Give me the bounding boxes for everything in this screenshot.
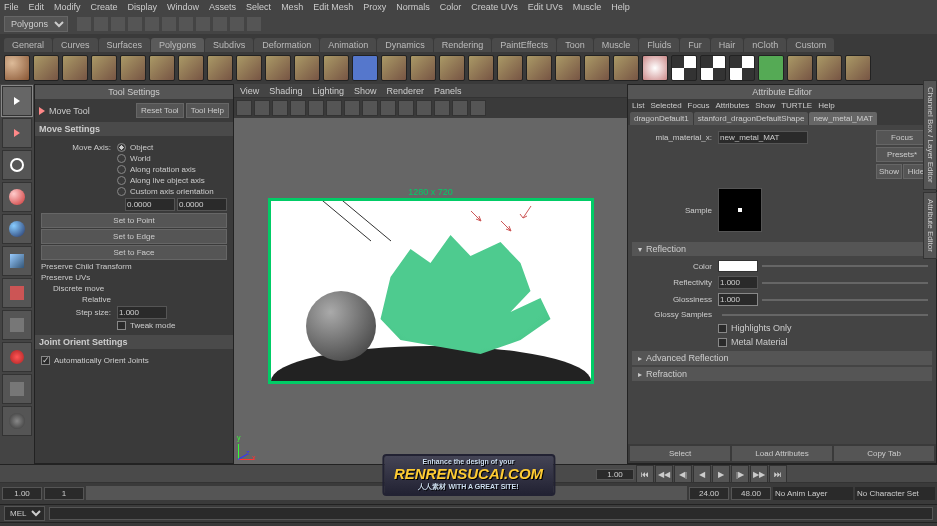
shelf-tab-rendering[interactable]: Rendering (434, 38, 492, 52)
move-settings-header[interactable]: Move Settings (35, 122, 233, 136)
ae-tab-dragon[interactable]: dragonDefault1 (630, 112, 693, 125)
vp-tool-icon[interactable] (452, 100, 468, 116)
status-icon[interactable] (111, 17, 125, 31)
vp-tool-icon[interactable] (362, 100, 378, 116)
status-icon[interactable] (179, 17, 193, 31)
scale-tool[interactable] (2, 246, 32, 276)
snap-x-input[interactable] (125, 198, 175, 211)
menu-createuvs[interactable]: Create UVs (471, 2, 518, 12)
tool-help-button[interactable]: Tool Help (186, 103, 229, 118)
current-frame[interactable] (596, 469, 634, 480)
copy-tab-button[interactable]: Copy Tab (834, 446, 934, 461)
lasso-tool[interactable] (2, 118, 32, 148)
goto-end-button[interactable]: ⏭ (769, 465, 787, 483)
presets-button[interactable]: Presets* (876, 147, 928, 162)
anim-layer-select[interactable]: No Anim Layer (773, 487, 853, 500)
menu-mesh[interactable]: Mesh (281, 2, 303, 12)
command-input[interactable] (49, 507, 933, 520)
shelf-helix-icon[interactable] (265, 55, 291, 81)
shelf-pipe-icon[interactable] (236, 55, 262, 81)
menu-modify[interactable]: Modify (54, 2, 81, 12)
shelf-tab-subdivs[interactable]: Subdivs (205, 38, 253, 52)
shelf-misc13-icon[interactable] (845, 55, 871, 81)
shelf-misc4-icon[interactable] (439, 55, 465, 81)
menu-muscle[interactable]: Muscle (573, 2, 602, 12)
vp-tool-icon[interactable] (380, 100, 396, 116)
ae-menu-turtle[interactable]: TURTLE (781, 101, 812, 110)
vp-tool-icon[interactable] (398, 100, 414, 116)
step-back-button[interactable]: ◀◀ (655, 465, 673, 483)
menu-edit[interactable]: Edit (29, 2, 45, 12)
shelf-misc9-icon[interactable] (584, 55, 610, 81)
play-back-button[interactable]: ◀ (693, 465, 711, 483)
range-start-inner[interactable] (44, 487, 84, 500)
vp-menu-panels[interactable]: Panels (434, 86, 462, 96)
move-tool[interactable] (2, 182, 32, 212)
snap-y-input[interactable] (177, 198, 227, 211)
shelf-checker2-icon[interactable] (700, 55, 726, 81)
reflectivity-slider[interactable] (762, 282, 928, 284)
range-start-outer[interactable] (2, 487, 42, 500)
shelf-misc10-icon[interactable] (613, 55, 639, 81)
joint-orient-header[interactable]: Joint Orient Settings (35, 335, 233, 349)
shelf-plane-icon[interactable] (120, 55, 146, 81)
glossy-slider[interactable] (722, 314, 928, 316)
shelf-tab-animation[interactable]: Animation (320, 38, 376, 52)
shelf-tab-hair[interactable]: Hair (711, 38, 744, 52)
glossiness-input[interactable] (718, 293, 758, 306)
menu-file[interactable]: File (4, 2, 19, 12)
vp-tool-icon[interactable] (290, 100, 306, 116)
vp-menu-lighting[interactable]: Lighting (312, 86, 344, 96)
color-swatch[interactable] (718, 260, 758, 272)
mode-select[interactable]: Polygons (4, 16, 68, 32)
highlights-check[interactable] (718, 324, 727, 333)
menu-create[interactable]: Create (91, 2, 118, 12)
vp-tool-icon[interactable] (416, 100, 432, 116)
shelf-misc3-icon[interactable] (410, 55, 436, 81)
vp-tool-icon[interactable] (308, 100, 324, 116)
range-end-inner[interactable] (689, 487, 729, 500)
load-attributes-button[interactable]: Load Attributes (732, 446, 832, 461)
axis-object-radio[interactable] (117, 143, 126, 152)
shelf-cube-icon[interactable] (33, 55, 59, 81)
shelf-checker3-icon[interactable] (729, 55, 755, 81)
shelf-tab-fluids[interactable]: Fluids (639, 38, 679, 52)
shelf-light-icon[interactable] (642, 55, 668, 81)
vp-tool-icon[interactable] (272, 100, 288, 116)
script-lang[interactable]: MEL (4, 506, 45, 521)
menu-assets[interactable]: Assets (209, 2, 236, 12)
shelf-misc6-icon[interactable] (497, 55, 523, 81)
shelf-torus-icon[interactable] (149, 55, 175, 81)
layout-four[interactable] (2, 406, 32, 436)
material-name-input[interactable] (718, 131, 808, 144)
status-icon[interactable] (213, 17, 227, 31)
shelf-pyramid-icon[interactable] (207, 55, 233, 81)
shelf-misc2-icon[interactable] (381, 55, 407, 81)
shelf-tab-painteffects[interactable]: PaintEffects (492, 38, 556, 52)
status-icon[interactable] (145, 17, 159, 31)
shelf-platonic-icon[interactable] (323, 55, 349, 81)
vp-menu-show[interactable]: Show (354, 86, 377, 96)
ae-menu-help[interactable]: Help (818, 101, 834, 110)
shelf-misc8-icon[interactable] (555, 55, 581, 81)
shelf-tab-dynamics[interactable]: Dynamics (377, 38, 433, 52)
vp-tool-icon[interactable] (344, 100, 360, 116)
shelf-sphere-icon[interactable] (4, 55, 30, 81)
ae-menu-selected[interactable]: Selected (650, 101, 681, 110)
vp-tool-icon[interactable] (470, 100, 486, 116)
status-icon[interactable] (230, 17, 244, 31)
axis-world-radio[interactable] (117, 154, 126, 163)
ae-menu-focus[interactable]: Focus (688, 101, 710, 110)
shelf-misc5-icon[interactable] (468, 55, 494, 81)
shelf-tab-deformation[interactable]: Deformation (254, 38, 319, 52)
viewport-canvas[interactable]: 1280 x 720 x y z persp (234, 118, 627, 464)
set-to-point-button[interactable]: Set to Point (41, 213, 227, 228)
tweak-check[interactable] (117, 321, 126, 330)
shelf-tab-ncloth[interactable]: nCloth (744, 38, 786, 52)
set-to-edge-button[interactable]: Set to Edge (41, 229, 227, 244)
shelf-tab-muscle[interactable]: Muscle (594, 38, 639, 52)
status-icon[interactable] (162, 17, 176, 31)
menu-display[interactable]: Display (128, 2, 158, 12)
step-fwd-button[interactable]: ▶▶ (750, 465, 768, 483)
range-end-outer[interactable] (731, 487, 771, 500)
